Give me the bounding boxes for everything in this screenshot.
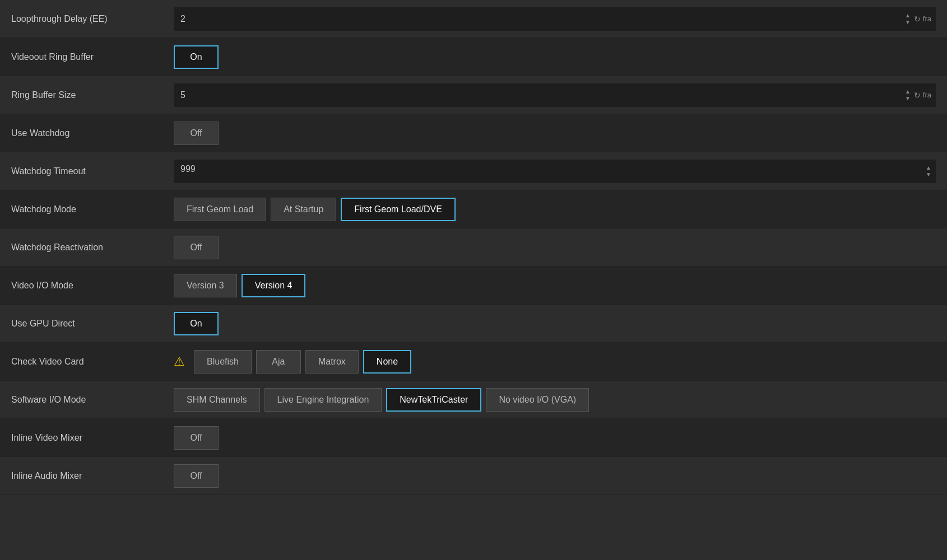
btn-watchdog-mode-first-geom-load-dve[interactable]: First Geom Load/DVE: [341, 198, 456, 221]
refresh-icon: ↻: [914, 91, 921, 100]
controls-videoout-ring-buffer: On: [174, 45, 936, 69]
up-down-arrows[interactable]: ▲ ▼: [905, 88, 911, 101]
btn-software-io-mode-newtektricaster[interactable]: NewTekTriCaster: [386, 388, 481, 412]
controls-ring-buffer-size: 5 ▲ ▼ ↻ fra: [174, 83, 936, 107]
label-check-video-card: Check Video Card: [11, 357, 174, 367]
btn-video-io-mode-version-3[interactable]: Version 3: [174, 274, 237, 297]
btn-inline-video-mixer-off[interactable]: Off: [174, 426, 219, 450]
spinner-up[interactable]: ▲: [926, 165, 931, 171]
settings-row-use-gpu-direct: Use GPU DirectOn: [0, 305, 947, 343]
btn-check-video-card-matrox[interactable]: Matrox: [305, 350, 359, 374]
settings-row-inline-audio-mixer: Inline Audio MixerOff: [0, 457, 947, 495]
settings-row-ring-buffer-size: Ring Buffer Size5 ▲ ▼ ↻ fra: [0, 76, 947, 114]
controls-loopthrough-delay: 2 ▲ ▼ ↻ fra: [174, 7, 936, 31]
btn-check-video-card-aja[interactable]: Aja: [256, 350, 301, 374]
spinner-right-watchdog-timeout[interactable]: ▲ ▼: [921, 160, 936, 183]
spinner-container-watchdog-timeout: 999 ▲ ▼: [174, 160, 936, 183]
btn-software-io-mode-live-engine-integration[interactable]: Live Engine Integration: [264, 388, 382, 412]
spinner-down-btn[interactable]: ▼: [905, 19, 911, 25]
label-ring-buffer-size: Ring Buffer Size: [11, 90, 174, 100]
controls-watchdog-mode: First Geom LoadAt StartupFirst Geom Load…: [174, 198, 936, 221]
btn-watchdog-mode-at-startup[interactable]: At Startup: [271, 198, 336, 221]
settings-row-loopthrough-delay: Loopthrough Delay (EE)2 ▲ ▼ ↻ fra: [0, 0, 947, 38]
spinner-down-btn[interactable]: ▼: [905, 95, 911, 101]
controls-use-gpu-direct: On: [174, 312, 936, 335]
label-watchdog-mode: Watchdog Mode: [11, 204, 174, 214]
label-inline-video-mixer: Inline Video Mixer: [11, 433, 174, 443]
settings-row-watchdog-timeout: Watchdog Timeout999 ▲ ▼: [0, 152, 947, 190]
label-use-gpu-direct: Use GPU Direct: [11, 319, 174, 329]
value-watchdog-timeout: 999: [174, 160, 921, 183]
btn-inline-audio-mixer-off[interactable]: Off: [174, 464, 219, 488]
label-use-watchdog: Use Watchdog: [11, 128, 174, 138]
refresh-icon: ↻: [914, 15, 921, 24]
controls-watchdog-reactivation: Off: [174, 236, 936, 259]
spinner-arrows-watchdog-timeout[interactable]: ▲ ▼: [926, 165, 931, 178]
spinner-down[interactable]: ▼: [926, 171, 931, 178]
unit-label-ring-buffer-size: fra: [923, 91, 931, 99]
settings-row-videoout-ring-buffer: Videoout Ring BufferOn: [0, 38, 947, 76]
label-software-io-mode: Software I/O Mode: [11, 395, 174, 405]
unit-label-loopthrough-delay: fra: [923, 15, 931, 23]
spinner-arrows-ring-buffer-size[interactable]: ▲ ▼ ↻ fra: [900, 88, 936, 101]
btn-software-io-mode-shm-channels[interactable]: SHM Channels: [174, 388, 260, 412]
btn-video-io-mode-version-4[interactable]: Version 4: [242, 274, 306, 297]
btn-check-video-card-none[interactable]: None: [363, 350, 411, 374]
btn-videoout-ring-buffer-on[interactable]: On: [174, 45, 219, 69]
controls-inline-video-mixer: Off: [174, 426, 936, 450]
btn-watchdog-reactivation-off[interactable]: Off: [174, 236, 219, 259]
settings-row-use-watchdog: Use WatchdogOff: [0, 114, 947, 152]
label-video-io-mode: Video I/O Mode: [11, 281, 174, 291]
value-ring-buffer-size: 5: [174, 86, 900, 105]
btn-use-gpu-direct-on[interactable]: On: [174, 312, 219, 335]
controls-use-watchdog: Off: [174, 122, 936, 145]
label-watchdog-timeout: Watchdog Timeout: [11, 166, 174, 176]
settings-row-video-io-mode: Video I/O ModeVersion 3Version 4: [0, 267, 947, 305]
label-watchdog-reactivation: Watchdog Reactivation: [11, 242, 174, 253]
spinner-arrows-loopthrough-delay[interactable]: ▲ ▼ ↻ fra: [900, 12, 936, 25]
controls-watchdog-timeout: 999 ▲ ▼: [174, 160, 936, 183]
settings-panel: Loopthrough Delay (EE)2 ▲ ▼ ↻ fra Videoo…: [0, 0, 947, 495]
settings-row-check-video-card: Check Video Card⚠BluefishAjaMatroxNone: [0, 343, 947, 381]
spinner-container-ring-buffer-size: 5 ▲ ▼ ↻ fra: [174, 83, 936, 107]
btn-watchdog-mode-first-geom-load[interactable]: First Geom Load: [174, 198, 266, 221]
label-loopthrough-delay: Loopthrough Delay (EE): [11, 14, 174, 24]
settings-row-watchdog-reactivation: Watchdog ReactivationOff: [0, 228, 947, 267]
controls-check-video-card: ⚠BluefishAjaMatroxNone: [174, 350, 936, 374]
warning-icon-check-video-card: ⚠: [174, 354, 185, 369]
btn-use-watchdog-off[interactable]: Off: [174, 122, 219, 145]
spinner-container-loopthrough-delay: 2 ▲ ▼ ↻ fra: [174, 7, 936, 31]
label-videoout-ring-buffer: Videoout Ring Buffer: [11, 52, 174, 62]
spinner-up-btn[interactable]: ▲: [905, 88, 911, 95]
spinner-up-btn[interactable]: ▲: [905, 12, 911, 18]
controls-inline-audio-mixer: Off: [174, 464, 936, 488]
btn-check-video-card-bluefish[interactable]: Bluefish: [194, 350, 252, 374]
value-loopthrough-delay: 2: [174, 10, 900, 29]
controls-software-io-mode: SHM ChannelsLive Engine IntegrationNewTe…: [174, 388, 936, 412]
label-inline-audio-mixer: Inline Audio Mixer: [11, 471, 174, 481]
controls-video-io-mode: Version 3Version 4: [174, 274, 936, 297]
settings-row-software-io-mode: Software I/O ModeSHM ChannelsLive Engine…: [0, 381, 947, 419]
btn-software-io-mode-no-video-i-o-vga-[interactable]: No video I/O (VGA): [486, 388, 589, 412]
settings-row-watchdog-mode: Watchdog ModeFirst Geom LoadAt StartupFi…: [0, 190, 947, 228]
up-down-arrows[interactable]: ▲ ▼: [905, 12, 911, 25]
settings-row-inline-video-mixer: Inline Video MixerOff: [0, 419, 947, 457]
